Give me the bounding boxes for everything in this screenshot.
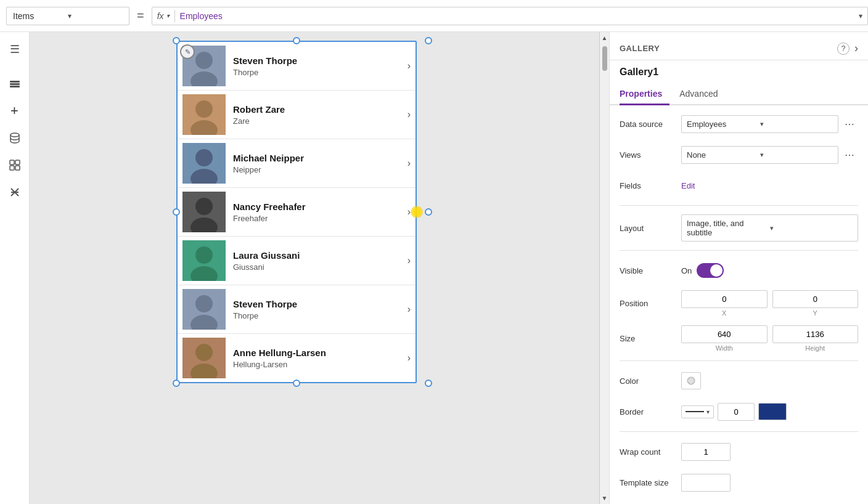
gallery-item-arrow-2: › <box>407 109 411 120</box>
gallery-item-name-1: Steven Thorpe <box>233 55 400 66</box>
size-control: Width Height <box>681 325 858 352</box>
views-more[interactable]: ⋯ <box>841 146 858 163</box>
gallery-item-4[interactable]: Nancy Freehafer Freehafer › <box>178 188 416 237</box>
handle-mid-right[interactable] <box>425 208 432 216</box>
gallery-item-3[interactable]: Michael Neipper Neipper › <box>178 139 416 188</box>
handle-bottom-left[interactable] <box>173 380 180 387</box>
gallery-item-arrow-6: › <box>407 304 411 315</box>
svg-point-18 <box>195 149 213 166</box>
size-height-field: Height <box>772 325 859 352</box>
svg-rect-5 <box>15 160 20 165</box>
position-y-input[interactable] <box>772 290 859 308</box>
svg-point-3 <box>10 133 19 137</box>
gallery-item-text-7: Anne Hellung-Larsen Hellung-Larsen <box>226 348 407 369</box>
fx-label: fx ▾ <box>157 11 170 21</box>
gallery-item-sub-4: Freehafer <box>233 214 400 223</box>
add-icon[interactable]: + <box>2 99 27 123</box>
panel-forward-button[interactable]: › <box>854 42 858 55</box>
visible-toggle-label: On <box>681 266 692 275</box>
position-inputs: X Y <box>681 290 858 317</box>
border-row: Border ▾ <box>620 400 858 423</box>
gallery-item[interactable]: Steven Thorpe Thorpe › <box>178 42 416 91</box>
person-photo-6 <box>182 289 226 330</box>
views-label: Views <box>620 150 681 160</box>
gallery-item-6[interactable]: Steven Thorpe Thorpe › <box>178 285 416 334</box>
data-source-chevron: ▾ <box>760 120 833 128</box>
color-swatch[interactable] <box>681 372 701 389</box>
handle-top-mid[interactable] <box>293 37 300 44</box>
gallery-item-2[interactable]: Robert Zare Zare › <box>178 91 416 139</box>
wrap-count-input[interactable] <box>681 443 731 461</box>
first-item-wrapper: ✎ Steven Thorpe Thorpe <box>178 42 416 91</box>
help-button[interactable]: ? <box>837 43 850 55</box>
layout-value: Image, title, and subtitle <box>687 219 770 237</box>
views-value: None <box>687 150 760 160</box>
divider-1 <box>620 205 858 206</box>
svg-rect-1 <box>10 83 20 85</box>
equals-sign: = <box>137 9 144 23</box>
tab-properties[interactable]: Properties <box>620 84 669 105</box>
svg-rect-2 <box>10 86 20 87</box>
tools-icon[interactable] <box>2 180 27 205</box>
panel-tabs: Properties Advanced <box>610 84 868 105</box>
gallery-component[interactable]: ✎ Steven Thorpe Thorpe <box>176 41 417 383</box>
person-photo-3 <box>182 143 226 184</box>
gallery-item-name-5: Laura Giussani <box>233 250 400 261</box>
size-row: Size Width Height <box>620 325 858 352</box>
gallery-item-text-6: Steven Thorpe Thorpe <box>226 299 407 320</box>
handle-top-right[interactable] <box>425 37 432 44</box>
menu-icon[interactable]: ☰ <box>2 37 27 62</box>
views-dropdown[interactable]: None ▾ <box>681 146 838 164</box>
border-color-swatch[interactable] <box>758 403 787 420</box>
scrollbar-thumb[interactable] <box>602 46 607 71</box>
items-dropdown[interactable]: Items ▾ <box>6 7 129 25</box>
fields-label: Fields <box>620 181 681 190</box>
fields-edit-link[interactable]: Edit <box>681 181 695 190</box>
handle-top-left[interactable] <box>173 37 180 44</box>
canvas-scrollbar[interactable]: ▲ ▼ <box>599 32 609 504</box>
gallery-item-sub-6: Thorpe <box>233 311 400 320</box>
position-y-label: Y <box>813 309 817 317</box>
svg-point-21 <box>195 198 213 215</box>
layout-control: Image, title, and subtitle ▾ <box>681 214 858 242</box>
media-icon[interactable] <box>2 153 27 177</box>
handle-mid-left[interactable] <box>173 208 180 216</box>
data-source-dropdown[interactable]: Employees ▾ <box>681 115 838 133</box>
position-x-input[interactable] <box>681 290 768 308</box>
views-chevron: ▾ <box>760 151 833 159</box>
edit-pencil[interactable]: ✎ <box>180 44 195 59</box>
visible-toggle-switch[interactable] <box>697 263 724 278</box>
visible-control: On <box>681 263 858 278</box>
gallery-item-7[interactable]: Anne Hellung-Larsen Hellung-Larsen › <box>178 334 416 382</box>
scrollbar-up-arrow[interactable]: ▲ <box>602 32 608 44</box>
template-size-label: Template size <box>620 478 681 487</box>
gallery-item-5[interactable]: Laura Giussani Giussani › <box>178 237 416 285</box>
template-size-input[interactable] <box>681 474 731 492</box>
gallery-item-text-1: Steven Thorpe Thorpe <box>226 55 407 77</box>
size-height-label: Height <box>805 344 825 352</box>
gallery-item-sub-2: Zare <box>233 116 400 126</box>
data-source-more[interactable]: ⋯ <box>841 115 858 132</box>
data-icon[interactable] <box>2 126 27 150</box>
tab-advanced[interactable]: Advanced <box>679 84 725 105</box>
layers-icon[interactable] <box>2 71 27 96</box>
panel-title: GALLERY <box>620 44 833 53</box>
canvas-area: ✎ Steven Thorpe Thorpe <box>30 32 609 504</box>
formula-bar[interactable]: fx ▾ Employees ▾ <box>152 7 868 25</box>
layout-dropdown[interactable]: Image, title, and subtitle ▾ <box>681 214 858 242</box>
size-width-input[interactable] <box>681 325 768 343</box>
gallery-name: Gallery1 <box>610 60 868 84</box>
items-chevron: ▾ <box>68 12 123 20</box>
visible-toggle-container: On <box>681 263 724 278</box>
position-row: Position X Y <box>620 290 858 317</box>
scrollbar-down-arrow[interactable]: ▼ <box>602 492 608 504</box>
layout-label: Layout <box>620 224 681 233</box>
position-label: Position <box>620 299 681 308</box>
handle-bottom-right[interactable] <box>425 380 432 387</box>
border-line-selector[interactable]: ▾ <box>681 405 714 418</box>
handle-bottom-mid[interactable] <box>293 380 300 387</box>
size-height-input[interactable] <box>772 325 859 343</box>
border-value-input[interactable] <box>718 403 755 421</box>
position-control: X Y <box>681 290 858 317</box>
gallery-item-text-4: Nancy Freehafer Freehafer <box>226 201 407 223</box>
